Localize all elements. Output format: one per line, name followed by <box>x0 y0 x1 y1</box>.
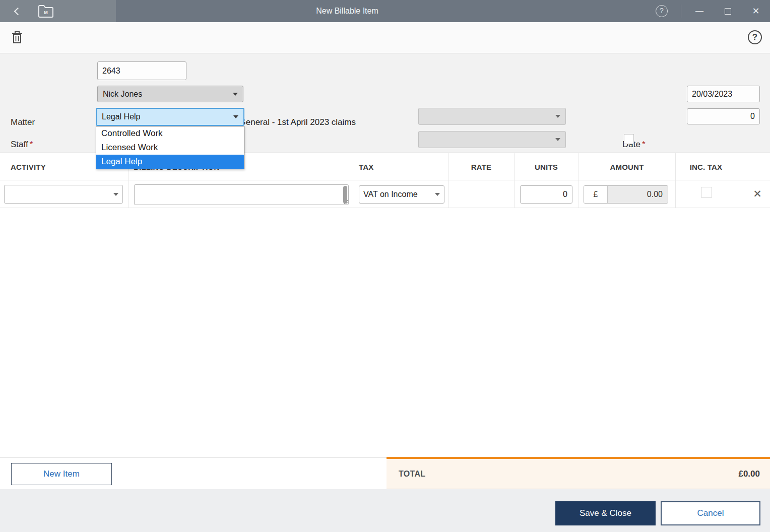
cancel-button[interactable]: Cancel <box>661 501 760 525</box>
column-divider <box>675 153 676 208</box>
date-field[interactable]: 20/03/2023 <box>687 86 760 102</box>
titlebar-left-segment: M <box>0 0 116 22</box>
column-divider <box>514 153 515 208</box>
enhanced-checkbox[interactable] <box>624 134 634 144</box>
total-label: TOTAL <box>399 470 425 479</box>
option-controlled-work[interactable]: Controlled Work <box>96 126 244 141</box>
maximize-icon <box>725 8 731 15</box>
footer: Save & Close Cancel <box>0 489 770 532</box>
new-item-button[interactable]: New Item <box>11 463 112 485</box>
units-field[interactable]: 0 <box>520 185 572 204</box>
chevron-down-icon <box>555 138 560 141</box>
toolbar: ? <box>0 22 770 53</box>
trash-icon <box>12 31 23 44</box>
col-amount: AMOUNT <box>579 153 675 180</box>
close-button[interactable]: ✕ <box>742 0 770 22</box>
delete-button[interactable] <box>9 29 26 46</box>
titlebar: M New Billable Item ? — ✕ <box>0 0 770 22</box>
titlebar-divider <box>681 5 681 18</box>
maximize-button[interactable] <box>714 0 742 22</box>
resize-grip-icon[interactable] <box>344 200 348 204</box>
matter-folder-icon[interactable]: M <box>37 4 54 18</box>
col-inc-tax: INC. TAX <box>675 153 737 180</box>
chevron-down-icon <box>233 115 238 118</box>
column-divider <box>448 153 449 208</box>
bottom-bar-left: New Item <box>0 457 387 489</box>
back-chevron-icon <box>14 7 22 15</box>
table-empty-area <box>0 208 770 457</box>
back-button[interactable] <box>9 4 24 19</box>
chevron-down-icon <box>435 193 440 196</box>
matter-number-field[interactable]: 2643 <box>97 61 186 80</box>
option-legal-help-selected[interactable]: Legal Help <box>96 155 244 169</box>
amount-field[interactable]: £ 0.00 <box>584 185 668 204</box>
total-bar: TOTAL £0.00 <box>387 457 770 489</box>
save-and-close-button[interactable]: Save & Close <box>555 501 656 525</box>
titlebar-controls: ? — ✕ <box>656 0 770 22</box>
uplift-field[interactable]: 0 <box>687 108 760 124</box>
option-licensed-work[interactable]: Licensed Work <box>96 141 244 155</box>
activity-dropdown[interactable] <box>4 185 123 204</box>
window-title: New Billable Item <box>116 0 579 22</box>
column-divider <box>737 153 737 208</box>
attended-on-dropdown[interactable] <box>418 131 566 148</box>
tax-dropdown[interactable]: VAT on Income <box>359 185 444 204</box>
col-units: UNITS <box>514 153 579 180</box>
svg-text:M: M <box>44 10 48 15</box>
matter-label: Matter <box>11 117 35 127</box>
billing-stage-options-list: Controlled Work Licensed Work Legal Help <box>96 126 244 169</box>
chevron-down-icon <box>233 93 238 96</box>
chevron-down-icon <box>555 115 560 118</box>
billing-stage-dropdown[interactable]: Legal Help <box>96 108 244 126</box>
staff-label: Staff* <box>11 140 33 150</box>
col-rate: RATE <box>448 153 514 180</box>
amount-value: 0.00 <box>607 186 668 203</box>
billable-item-row: VAT on Income 0 £ 0.00 ✕ <box>0 180 770 208</box>
help-icon[interactable]: ? <box>748 30 762 44</box>
titlebar-help-icon[interactable]: ? <box>656 5 668 17</box>
new-billable-item-window: M New Billable Item ? — ✕ ? Matter 2 <box>0 0 770 532</box>
column-divider <box>579 153 579 208</box>
inc-tax-checkbox[interactable] <box>701 187 712 198</box>
total-value: £0.00 <box>738 469 760 479</box>
hearing-type-dropdown[interactable] <box>418 108 566 125</box>
column-divider <box>354 153 354 208</box>
staff-dropdown[interactable]: Nick Jones <box>97 86 243 102</box>
currency-symbol: £ <box>584 186 607 203</box>
chevron-down-icon <box>113 193 118 196</box>
minimize-button[interactable]: — <box>685 0 714 22</box>
bottom-bar: New Item TOTAL £0.00 <box>0 457 770 489</box>
col-tax: TAX <box>359 153 439 180</box>
delete-row-button[interactable]: ✕ <box>750 185 765 203</box>
billing-description-textarea[interactable] <box>134 184 349 205</box>
